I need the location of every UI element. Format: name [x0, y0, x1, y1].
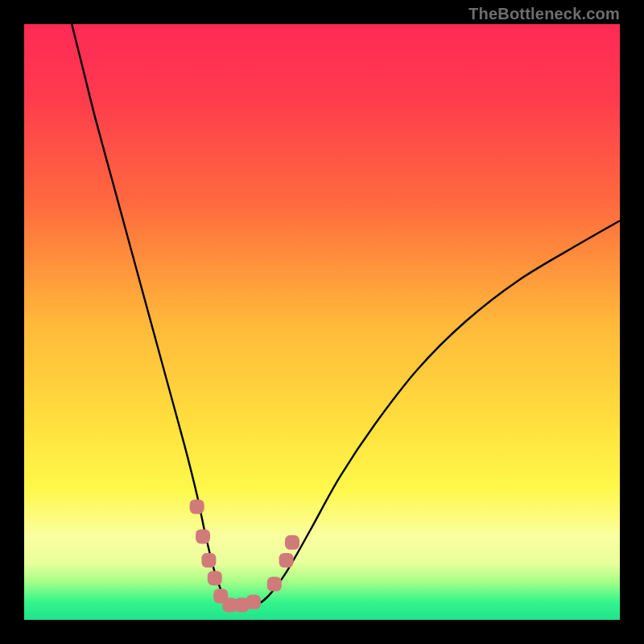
curve-marker: [196, 529, 210, 543]
curve-marker: [208, 571, 222, 585]
curve-marker: [285, 535, 299, 550]
chart-frame: TheBottleneck.com: [0, 0, 644, 644]
curve-marker: [190, 499, 204, 514]
curve-marker: [267, 577, 282, 592]
curve-marker: [201, 553, 216, 568]
plot-area: [24, 24, 620, 620]
curve-layer: [24, 24, 620, 620]
curve-marker: [279, 553, 294, 568]
watermark-text: TheBottleneck.com: [469, 5, 620, 23]
curve-marker: [246, 595, 261, 609]
curve-markers: [190, 499, 299, 612]
bottleneck-curve: [72, 24, 620, 609]
